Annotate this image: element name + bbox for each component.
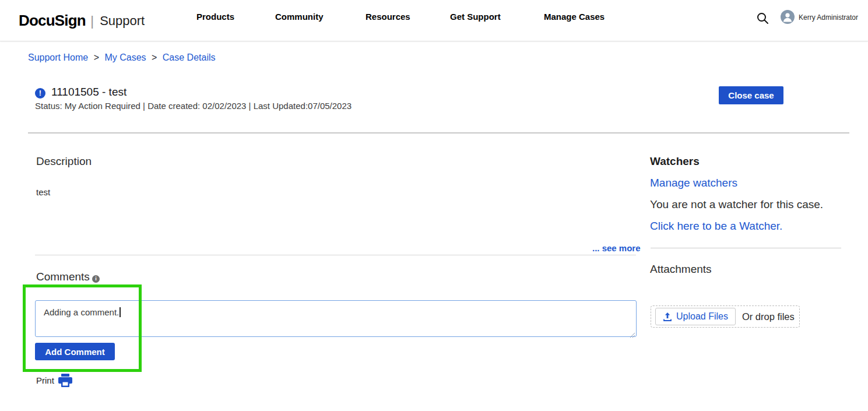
resize-handle-icon[interactable]: [629, 329, 635, 335]
logo-wordmark: DocuSign: [19, 12, 86, 30]
comment-textarea-value: Adding a comment.: [44, 307, 119, 317]
nav-item-products[interactable]: Products: [196, 12, 234, 22]
breadcrumb-support-home[interactable]: Support Home: [28, 52, 88, 62]
attachments-heading: Attachments: [650, 263, 712, 276]
nav-item-resources[interactable]: Resources: [366, 12, 410, 22]
close-case-button[interactable]: Close case: [719, 86, 783, 104]
text-cursor: [120, 307, 121, 317]
breadcrumb-separator: >: [94, 52, 99, 62]
logo-divider: |: [90, 13, 94, 29]
comments-heading: Comments: [36, 271, 90, 283]
drop-files-label: Or drop files: [742, 311, 795, 322]
comment-textarea[interactable]: Adding a comment.: [35, 300, 637, 337]
logo-support-label: Support: [100, 13, 145, 29]
docusign-logo[interactable]: DocuSign | Support: [19, 0, 145, 41]
search-icon[interactable]: [755, 11, 769, 25]
nav-item-get-support[interactable]: Get Support: [450, 12, 501, 22]
become-watcher-link[interactable]: Click here to be a Watcher.: [650, 220, 782, 233]
description-divider: [35, 255, 636, 255]
case-title: 11101505 - test: [51, 86, 126, 99]
add-comment-button[interactable]: Add Comment: [35, 343, 115, 360]
top-nav-bar: DocuSign | Support Products Community Re…: [0, 0, 868, 41]
file-dropzone[interactable]: Upload Files Or drop files: [651, 305, 800, 328]
nav-item-manage-cases[interactable]: Manage Cases: [544, 12, 605, 22]
case-status-line: Status: My Action Required | Date create…: [35, 101, 352, 111]
case-details-page: DocuSign | Support Products Community Re…: [0, 0, 868, 411]
nav-item-community[interactable]: Community: [275, 12, 324, 22]
breadcrumb-case-details[interactable]: Case Details: [163, 52, 216, 62]
see-more-link[interactable]: ... see more: [592, 243, 641, 253]
breadcrumb: Support Home > My Cases > Case Details: [28, 52, 216, 63]
user-avatar-icon[interactable]: [781, 10, 795, 24]
case-alert-icon: !: [35, 88, 45, 99]
breadcrumb-separator: >: [152, 52, 157, 62]
upload-files-label: Upload Files: [676, 311, 728, 322]
upload-icon: [663, 312, 672, 322]
description-body: test: [36, 187, 50, 197]
header-divider: [28, 132, 849, 134]
manage-watchers-link[interactable]: Manage watchers: [650, 177, 737, 189]
upload-files-button[interactable]: Upload Files: [655, 308, 736, 325]
user-name-label[interactable]: Kerry Administrator: [799, 13, 858, 22]
info-icon[interactable]: i: [92, 275, 100, 283]
watchers-heading: Watchers: [650, 155, 700, 168]
print-label: Print: [36, 375, 54, 385]
breadcrumb-my-cases[interactable]: My Cases: [104, 52, 146, 62]
watcher-status-text: You are not a watcher for this case.: [650, 198, 823, 211]
description-heading: Description: [36, 155, 92, 168]
printer-icon[interactable]: [58, 374, 73, 388]
sidebar-divider: [651, 248, 841, 248]
